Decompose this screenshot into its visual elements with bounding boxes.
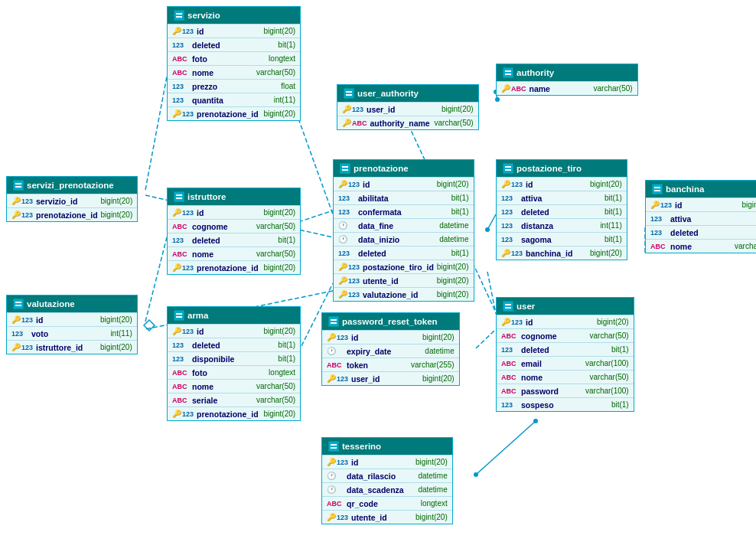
table-header-user[interactable]: user	[497, 298, 634, 315]
svg-line-7	[298, 211, 333, 222]
table-row: 🔑123postazione_tiro_idbigint(20)	[334, 260, 474, 273]
table-row: 🔑123valutazione_idbigint(20)	[334, 287, 474, 301]
table-row: 🔑123idbigint(20)	[168, 324, 300, 338]
table-body-arma: 🔑123idbigint(20)123deletedbit(1)123dispo…	[168, 324, 300, 420]
table-row: ABCnomevarchar(50)	[646, 239, 756, 253]
table-header-valutazione[interactable]: valutazione	[7, 295, 137, 312]
field-name-tesserino-3: qr_code	[347, 499, 408, 508]
table-row: 123distanzaint(11)	[497, 218, 627, 232]
table-body-postazione_tiro: 🔑123idbigint(20)123attivabit(1)123delete…	[497, 177, 627, 260]
table-body-password_reset_token: 🔑123idbigint(20)🕐expiry_datedatetimeABCt…	[322, 330, 459, 385]
table-row: 🔑123idbigint(20)	[168, 205, 300, 219]
field-name-tesserino-2: data_scadenza	[347, 485, 408, 495]
field-name-istruttore-2: deleted	[192, 236, 253, 245]
field-type-user-2: bit(1)	[611, 345, 629, 354]
table-body-prenotazione: 🔑123idbigint(20)123abilitatabit(1)123con…	[334, 177, 474, 301]
table-header-istruttore[interactable]: istruttore	[168, 188, 300, 205]
table-row: 🕐expiry_datedatetime	[322, 344, 459, 358]
field-name-arma-2: disponibile	[192, 354, 253, 364]
table-header-banchina[interactable]: banchina	[646, 181, 756, 198]
field-type-servizio-2: longtext	[269, 54, 295, 63]
field-type-prenotazione-8: bigint(20)	[437, 290, 469, 299]
table-header-servizio[interactable]: servizio	[168, 7, 300, 24]
field-icon-prenotazione-0: 🔑123	[338, 180, 360, 188]
field-name-prenotazione-4: data_inizio	[358, 235, 419, 244]
table-row: 🔑ABCnamevarchar(50)	[497, 81, 637, 95]
table-label-istruttore: istruttore	[187, 192, 226, 201]
field-icon-user-0: 🔑123	[501, 318, 523, 326]
table-row: 123votoint(11)	[7, 326, 137, 340]
field-type-istruttore-4: bigint(20)	[263, 263, 295, 272]
table-header-arma[interactable]: arma	[168, 307, 300, 324]
svg-line-0	[298, 119, 333, 214]
field-icon-user-4: ABC	[501, 374, 518, 381]
field-name-password_reset_token-2: token	[347, 361, 408, 370]
field-type-user_authority-0: bigint(20)	[442, 105, 474, 113]
field-name-password_reset_token-1: expiry_date	[347, 347, 408, 356]
table-icon-servizio	[174, 10, 184, 21]
field-icon-servizio-5: 123	[172, 96, 189, 104]
canvas: servizio🔑123idbigint(20)123deletedbit(1)…	[0, 0, 756, 542]
table-row: 123deletedbit(1)	[497, 204, 627, 218]
field-name-servizio-3: nome	[192, 68, 253, 77]
field-name-authority-0: name	[530, 84, 591, 93]
field-name-tesserino-4: utente_id	[351, 513, 412, 522]
field-name-servizio-2: foto	[192, 54, 253, 64]
field-icon-istruttore-2: 123	[172, 237, 189, 244]
field-icon-tesserino-0: 🔑123	[327, 458, 348, 466]
field-type-user-4: varchar(50)	[590, 373, 629, 381]
field-name-prenotazione-3: data_fine	[358, 221, 419, 230]
table-header-postazione_tiro[interactable]: postazione_tiro	[497, 160, 627, 177]
field-type-postazione_tiro-1: bit(1)	[604, 194, 622, 202]
field-icon-servizio-0: 🔑123	[172, 27, 194, 35]
table-icon-istruttore	[174, 191, 184, 202]
field-type-arma-2: bit(1)	[278, 354, 295, 363]
field-name-arma-1: deleted	[192, 341, 253, 350]
table-row: ABCfotolongtext	[168, 365, 300, 379]
field-type-prenotazione-6: bigint(20)	[437, 263, 469, 271]
field-icon-istruttore-0: 🔑123	[172, 208, 194, 217]
table-tesserino: tesserino🔑123idbigint(20)🕐data_rilasciod…	[321, 437, 453, 524]
table-header-prenotazione[interactable]: prenotazione	[334, 160, 474, 177]
table-header-authority[interactable]: authority	[497, 64, 637, 81]
table-header-password_reset_token[interactable]: password_reset_token	[322, 313, 459, 330]
table-row: 🕐data_rilasciodatetime	[322, 469, 452, 482]
field-name-user-3: email	[521, 359, 582, 368]
field-type-tesserino-1: datetime	[418, 472, 447, 480]
table-row: 🕐data_iniziodatetime	[334, 232, 474, 246]
field-type-servizio-1: bit(1)	[278, 41, 295, 49]
field-name-prenotazione-0: id	[363, 180, 424, 189]
table-row: 🔑123istruttore_idbigint(20)	[7, 340, 137, 354]
field-icon-arma-1: 123	[172, 341, 189, 349]
field-type-prenotazione-0: bigint(20)	[437, 180, 469, 188]
field-type-valutazione-0: bigint(20)	[100, 315, 132, 324]
field-name-istruttore-4: prenotazione_id	[197, 263, 259, 273]
field-type-password_reset_token-1: datetime	[425, 347, 454, 355]
svg-line-11	[145, 237, 167, 322]
table-arma: arma🔑123idbigint(20)123deletedbit(1)123d…	[167, 306, 301, 421]
field-icon-authority-0: 🔑ABC	[501, 84, 526, 93]
field-icon-arma-6: 🔑123	[172, 410, 194, 418]
field-icon-arma-4: ABC	[172, 383, 189, 390]
field-type-password_reset_token-0: bigint(20)	[422, 333, 455, 341]
table-row: ABCcognomevarchar(50)	[497, 328, 634, 342]
table-header-tesserino[interactable]: tesserino	[322, 438, 452, 455]
field-name-arma-5: seriale	[192, 396, 253, 405]
table-row: 123quantitaint(11)	[168, 93, 300, 106]
table-row: 123confermatabit(1)	[334, 204, 474, 218]
table-header-servizi_prenotazione[interactable]: servizi_prenotazione	[7, 177, 137, 194]
table-header-user_authority[interactable]: user_authority	[337, 85, 478, 102]
field-name-prenotazione-1: abilitata	[358, 194, 419, 203]
field-name-arma-0: id	[197, 327, 258, 336]
field-icon-postazione_tiro-1: 123	[501, 194, 518, 202]
table-body-banchina: 🔑123idbigint(20)123attivabit(1)123delete…	[646, 198, 756, 253]
field-icon-servizio-6: 🔑123	[172, 109, 194, 118]
field-type-user_authority-1: varchar(50)	[435, 119, 474, 127]
field-type-banchina-0: bigint(20)	[741, 201, 756, 209]
svg-line-2	[145, 77, 167, 190]
svg-point-18	[533, 419, 538, 423]
field-type-user-1: varchar(50)	[590, 331, 629, 340]
svg-point-19	[474, 472, 478, 477]
field-name-banchina-1: attiva	[670, 214, 732, 224]
field-icon-prenotazione-4: 🕐	[338, 235, 355, 243]
